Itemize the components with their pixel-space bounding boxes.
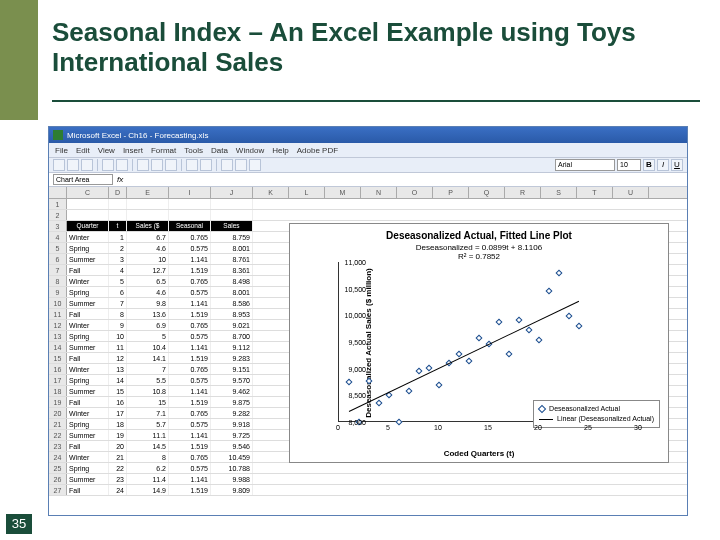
cell[interactable]: 1.141 [169,474,211,484]
cell[interactable]: 6 [109,287,127,297]
col-header[interactable]: U [613,187,649,198]
cell[interactable]: 14.5 [127,441,169,451]
col-header[interactable]: J [211,187,253,198]
row-header[interactable]: 1 [49,199,67,209]
cell[interactable]: 1.519 [169,441,211,451]
cell[interactable]: 9 [109,320,127,330]
cell[interactable]: 0.575 [169,331,211,341]
cell[interactable]: 11 [109,342,127,352]
cell[interactable]: 1.519 [169,353,211,363]
cell[interactable]: Quarter [67,221,109,231]
col-header[interactable]: P [433,187,469,198]
save-icon[interactable] [81,159,93,171]
cell[interactable] [211,210,253,220]
col-header[interactable]: L [289,187,325,198]
open-icon[interactable] [67,159,79,171]
cell[interactable]: 8.761 [211,254,253,264]
row-header[interactable]: 25 [49,463,67,473]
cell[interactable]: 13.6 [127,309,169,319]
toolbar[interactable]: Arial 10 B I U [49,157,687,173]
cell[interactable]: 1.141 [169,254,211,264]
cell[interactable]: Winter [67,452,109,462]
menu-tools[interactable]: Tools [184,146,203,155]
cell[interactable]: Summer [67,386,109,396]
cell[interactable]: 14.1 [127,353,169,363]
cell[interactable]: 9.570 [211,375,253,385]
cell[interactable]: 15 [127,397,169,407]
cell[interactable]: Fall [67,309,109,319]
cell[interactable]: 8.001 [211,287,253,297]
row-header[interactable]: 19 [49,397,67,407]
cell[interactable]: 7 [127,364,169,374]
font-size-select[interactable]: 10 [617,159,641,171]
cell[interactable] [109,199,127,209]
cell[interactable]: 9.283 [211,353,253,363]
cell[interactable]: 8.953 [211,309,253,319]
cell[interactable]: 5 [127,331,169,341]
cell[interactable]: Sales [211,221,253,231]
cell[interactable]: 0.765 [169,320,211,330]
embedded-chart[interactable]: Deseasonalized Actual, Fitted Line Plot … [289,223,669,463]
name-box[interactable]: Chart Area [53,174,113,185]
col-header[interactable]: C [67,187,109,198]
cell[interactable]: Spring [67,287,109,297]
italic-icon[interactable]: I [657,159,669,171]
cell[interactable] [67,210,109,220]
cell[interactable]: Summer [67,342,109,352]
row-header[interactable]: 14 [49,342,67,352]
cell[interactable]: Sales ($ [127,221,169,231]
cell[interactable]: 0.765 [169,452,211,462]
cell[interactable]: 6.9 [127,320,169,330]
cell[interactable]: 8.001 [211,243,253,253]
row-header[interactable]: 6 [49,254,67,264]
cell[interactable]: 8 [109,309,127,319]
cell[interactable]: Fall [67,265,109,275]
row-header[interactable]: 10 [49,298,67,308]
cell[interactable]: 0.765 [169,232,211,242]
menu-help[interactable]: Help [272,146,288,155]
cell[interactable]: 21 [109,452,127,462]
cell[interactable]: 2 [109,243,127,253]
cell[interactable]: 9.546 [211,441,253,451]
row-header[interactable]: 17 [49,375,67,385]
cell[interactable]: Winter [67,232,109,242]
sort-desc-icon[interactable] [235,159,247,171]
select-all-corner[interactable] [49,187,67,198]
cell[interactable]: 8.759 [211,232,253,242]
cell[interactable]: 19 [109,430,127,440]
row-header[interactable]: 23 [49,441,67,451]
cell[interactable]: 9.151 [211,364,253,374]
row-header[interactable]: 15 [49,353,67,363]
cell[interactable]: 4 [109,265,127,275]
cell[interactable]: 9.112 [211,342,253,352]
cell[interactable]: 22 [109,463,127,473]
row-header[interactable]: 26 [49,474,67,484]
col-header[interactable]: S [541,187,577,198]
cell[interactable]: Winter [67,364,109,374]
cell[interactable]: 10.459 [211,452,253,462]
row-header[interactable]: 18 [49,386,67,396]
cell[interactable]: Summer [67,430,109,440]
cell[interactable]: 14.9 [127,485,169,495]
cell[interactable]: 7.1 [127,408,169,418]
new-icon[interactable] [53,159,65,171]
cell[interactable]: 5 [109,276,127,286]
cell[interactable]: 6.7 [127,232,169,242]
menu-view[interactable]: View [98,146,115,155]
preview-icon[interactable] [116,159,128,171]
cell[interactable]: 4.6 [127,243,169,253]
cell[interactable]: 1.141 [169,430,211,440]
undo-icon[interactable] [186,159,198,171]
print-icon[interactable] [102,159,114,171]
cell[interactable] [109,210,127,220]
cell[interactable]: 0.575 [169,419,211,429]
cell[interactable]: t [109,221,127,231]
cell[interactable] [211,199,253,209]
bold-icon[interactable]: B [643,159,655,171]
row-header[interactable]: 7 [49,265,67,275]
row-header[interactable]: 24 [49,452,67,462]
col-header[interactable]: I [169,187,211,198]
col-header[interactable]: M [325,187,361,198]
cell[interactable]: 10 [127,254,169,264]
cell[interactable]: Spring [67,331,109,341]
